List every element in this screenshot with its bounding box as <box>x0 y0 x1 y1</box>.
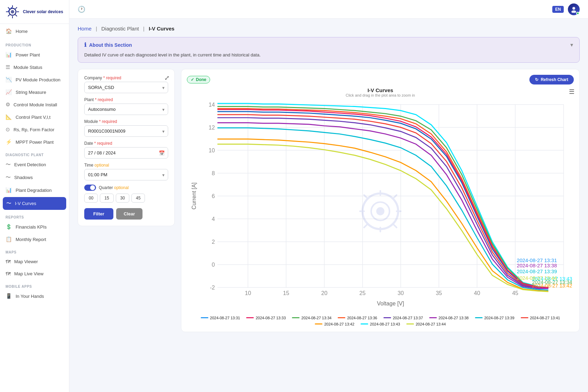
sidebar-nav: 🏠 Home PRODUCTION 📊 Power Plant ☰ Module… <box>0 24 69 392</box>
chart-panel: ✓ Done ↻ Refresh Chart I-V Curves Click … <box>181 69 580 332</box>
svg-text:20: 20 <box>321 290 327 296</box>
calendar-icon: 📅 <box>159 150 165 156</box>
filter-button[interactable]: Filter <box>84 208 113 220</box>
sidebar-item-rs-rp[interactable]: ⊙ Rs, Rp, Form Factor <box>0 123 69 136</box>
module-select[interactable]: R0001C0001N009 <box>84 125 168 137</box>
company-select-wrap: SORIA_CSD <box>84 82 168 93</box>
refresh-chart-button[interactable]: ↻ Refresh Chart <box>529 75 574 84</box>
info-section-title: ℹ About this Section <box>84 42 132 48</box>
sidebar-item-control-plant[interactable]: 📐 Control Plant V,I,t <box>0 111 69 123</box>
legend-label-s1: 2024-08-27 13:31 <box>210 316 240 320</box>
financials-icon: 💲 <box>6 224 12 230</box>
time-select[interactable]: 01:00 PM <box>84 169 168 180</box>
sidebar-item-label: Financials KPIs <box>16 224 47 230</box>
legend-item-s2: 2024-08-27 13:33 <box>246 316 286 320</box>
svg-text:30: 30 <box>398 290 404 296</box>
svg-text:2024-08-27 13:42: 2024-08-27 13:42 <box>532 283 572 288</box>
date-input[interactable] <box>84 147 168 159</box>
section-label-diagnostic: DIAGNOSTIC PLANT <box>0 148 69 158</box>
module-status-icon: ☰ <box>6 64 10 70</box>
legend-item-s10: 2024-08-27 13:43 <box>361 322 400 326</box>
legend-item-s5: 2024-08-27 13:37 <box>383 316 423 320</box>
sidebar-item-label: Monthly Report <box>16 237 46 242</box>
avatar[interactable] <box>568 3 580 15</box>
quarter-btn-30[interactable]: 30 <box>116 194 129 203</box>
legend-item-s11: 2024-08-27 13:44 <box>406 322 446 326</box>
map-viewer-icon: 🗺 <box>6 259 11 265</box>
sidebar-item-label: Shadows <box>14 175 33 180</box>
topbar: 🕐 EN <box>69 0 588 19</box>
info-section-header[interactable]: ℹ About this Section ▾ <box>78 37 579 52</box>
date-input-wrap: 📅 <box>84 147 168 159</box>
lang-badge[interactable]: EN <box>552 6 564 13</box>
company-select[interactable]: SORIA_CSD <box>84 82 168 93</box>
sidebar-item-module-status[interactable]: ☰ Module Status <box>0 61 69 73</box>
sidebar-item-pv-module[interactable]: 📉 PV Module Production <box>0 73 69 86</box>
quarter-btn-15[interactable]: 15 <box>100 194 113 203</box>
plant-select[interactable]: Autoconsumo <box>84 104 168 115</box>
plant-degradation-icon: 📊 <box>6 187 12 193</box>
map-live-icon: 🗺 <box>6 271 11 277</box>
iv-curves-chart[interactable]: 14 12 10 8 6 4 2 0 -2 Current [A] <box>187 99 574 313</box>
main-row: ⤢ Company * required SORIA_CSD Plant * r… <box>78 69 580 332</box>
chart-menu-icon[interactable]: ☰ <box>569 88 574 96</box>
breadcrumb-diagnostic: Diagnostic Plant <box>101 26 139 32</box>
sidebar-item-monthly-report[interactable]: 📋 Monthly Report <box>0 233 69 246</box>
sidebar-item-control-module[interactable]: ⚙ Control Module Install <box>0 98 69 111</box>
sidebar-item-financials-kpis[interactable]: 💲 Financials KPIs <box>0 221 69 233</box>
expand-button[interactable]: ⤢ <box>164 74 170 82</box>
legend-label-s3: 2024-08-27 13:34 <box>301 316 331 320</box>
sidebar-item-label: String Measure <box>16 90 46 95</box>
clear-button[interactable]: Clear <box>116 208 143 220</box>
module-required: * required <box>99 119 117 124</box>
legend-line-s5 <box>383 317 391 318</box>
svg-text:2: 2 <box>212 239 215 245</box>
legend-item-s3: 2024-08-27 13:34 <box>292 316 331 320</box>
filter-panel: ⤢ Company * required SORIA_CSD Plant * r… <box>78 69 175 226</box>
sidebar-item-power-plant[interactable]: 📊 Power Plant <box>0 48 69 61</box>
sidebar-item-string-measure[interactable]: 📈 String Measure <box>0 86 69 98</box>
main-area: 🕐 EN Home | Diagnostic Plant | I-V Curve… <box>69 0 588 392</box>
svg-text:45: 45 <box>512 290 518 296</box>
svg-text:40: 40 <box>474 290 480 296</box>
chart-svg-wrap: 14 12 10 8 6 4 2 0 -2 Current [A] <box>187 98 574 313</box>
topbar-left: 🕐 <box>78 6 85 13</box>
sidebar-item-map-viewer[interactable]: 🗺 Map Viewer <box>0 256 69 268</box>
sidebar-item-shadows[interactable]: 〜 Shadows <box>0 171 69 184</box>
legend-item-s6: 2024-08-27 13:38 <box>429 316 469 320</box>
content-area: Home | Diagnostic Plant | I-V Curves ℹ A… <box>69 19 588 392</box>
mobile-icon: 📱 <box>6 293 12 299</box>
quarter-toggle[interactable] <box>84 185 96 191</box>
filter-btn-row: Filter Clear <box>84 208 168 220</box>
sidebar-item-home[interactable]: 🏠 Home <box>0 24 69 38</box>
svg-text:35: 35 <box>436 290 442 296</box>
power-plant-icon: 📊 <box>6 52 12 58</box>
sidebar-item-label: Event Detection <box>14 162 46 167</box>
iv-curves-icon: 〜 <box>6 200 11 207</box>
breadcrumb-current: I-V Curves <box>149 26 174 32</box>
sidebar-item-plant-degradation[interactable]: 📊 Plant Degradation <box>0 184 69 196</box>
legend-label-s2: 2024-08-27 13:33 <box>256 316 286 320</box>
quarter-btn-45[interactable]: 45 <box>131 194 145 203</box>
sidebar-item-label: Rs, Rp, Form Factor <box>14 127 54 132</box>
breadcrumb-home[interactable]: Home <box>78 26 92 32</box>
section-label-maps: MAPS <box>0 246 69 256</box>
topbar-right: EN <box>552 3 580 15</box>
svg-text:10: 10 <box>209 147 215 153</box>
refresh-icon: ↻ <box>535 77 538 82</box>
quarter-btn-00[interactable]: 00 <box>84 194 98 203</box>
plant-label: Plant * required <box>84 97 168 102</box>
logo: Clever solar devices <box>0 0 69 24</box>
done-badge: ✓ Done <box>187 76 210 83</box>
sidebar-item-event-detection[interactable]: 〜 Event Detection <box>0 158 69 171</box>
quarter-row: Quarter optional <box>84 185 168 191</box>
breadcrumb: Home | Diagnostic Plant | I-V Curves <box>78 26 580 32</box>
sidebar-item-map-live[interactable]: 🗺 Map Live View <box>0 268 69 280</box>
legend-line-s3 <box>292 317 300 318</box>
sidebar-item-iv-curves[interactable]: 〜 I-V Curves <box>3 197 66 210</box>
string-measure-icon: 📈 <box>6 89 12 95</box>
sidebar-item-in-your-hands[interactable]: 📱 In Your Hands <box>0 290 69 302</box>
control-plant-icon: 📐 <box>6 114 12 120</box>
svg-text:2024-08-27 13:38: 2024-08-27 13:38 <box>517 263 557 268</box>
sidebar-item-mppt[interactable]: ⚡ MPPT Power Plant <box>0 136 69 148</box>
